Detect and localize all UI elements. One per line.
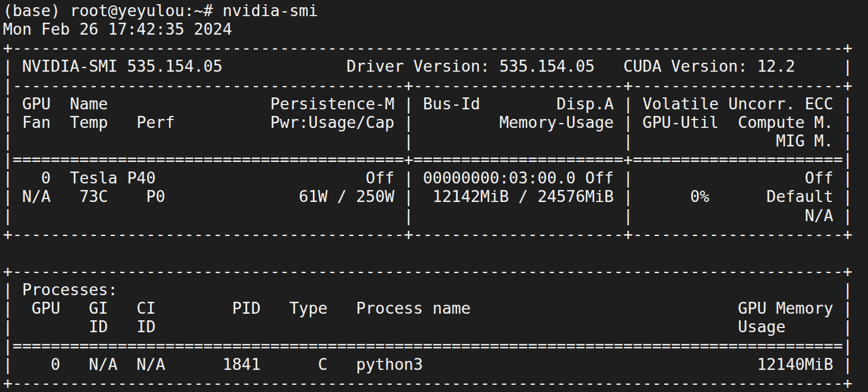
processes-header-row-2: | ID ID Usage |: [3, 317, 868, 336]
shell-prompt-line: (base) root@yeyulou:~# nvidia-smi: [3, 1, 868, 20]
gpu-data-row-1: | 0 Tesla P40 Off | 00000000:03:00.0 Off…: [3, 169, 868, 187]
gpu-header-row-2: | Fan Temp Perf Pwr:Usage/Cap | Memory-U…: [3, 113, 868, 131]
gpu-header-row-1: | GPU Name Persistence-M | Bus-Id Disp.A…: [3, 94, 868, 113]
gpu-header-row-3: | | | MIG M. |: [3, 131, 868, 150]
timestamp-line: Mon Feb 26 17:42:35 2024: [3, 20, 868, 38]
gpu-data-row-3: | | | N/A |: [3, 206, 868, 225]
processes-table-border-top: +---------------------------------------…: [3, 262, 868, 280]
gpu-data-row-2: | N/A 73C P0 61W / 250W | 12142MiB / 245…: [3, 187, 868, 206]
gpu-table-header-separator: |---------------------------------------…: [3, 76, 868, 94]
processes-title-line: | Processes: |: [3, 280, 868, 299]
blank-line: [3, 243, 868, 262]
process-data-row: | 0 N/A N/A 1841 C python3 12140MiB |: [3, 355, 868, 373]
gpu-table-data-separator: |=======================================…: [3, 150, 868, 169]
terminal-window[interactable]: (base) root@yeyulou:~# nvidia-smi Mon Fe…: [0, 0, 868, 392]
smi-version-line: | NVIDIA-SMI 535.154.05 Driver Version: …: [3, 57, 868, 75]
gpu-table-border-top: +---------------------------------------…: [3, 38, 868, 57]
gpu-table-border-bottom: +---------------------------------------…: [3, 225, 868, 243]
processes-header-row-1: | GPU GI CI PID Type Process name GPU Me…: [3, 299, 868, 317]
processes-data-separator: |=======================================…: [3, 336, 868, 355]
processes-table-border-bottom: +---------------------------------------…: [3, 373, 868, 392]
